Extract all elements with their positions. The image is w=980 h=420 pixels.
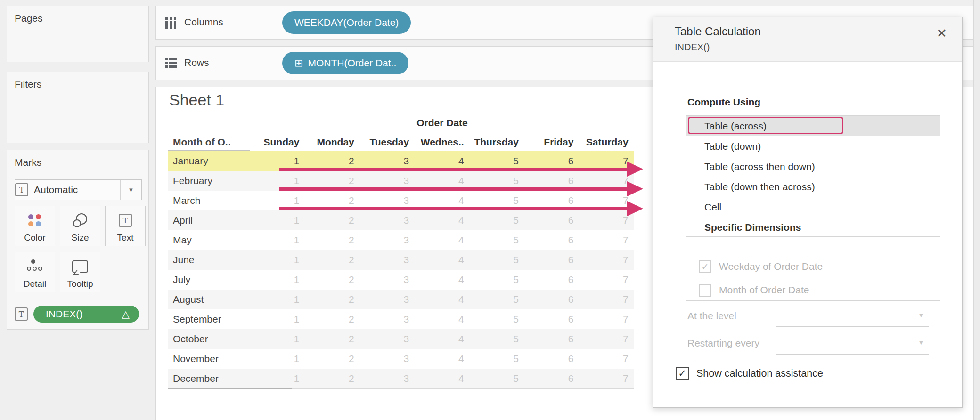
index-value-cell[interactable]: 6 [524, 175, 579, 186]
index-value-cell[interactable]: 1 [250, 294, 305, 305]
index-value-cell[interactable]: 4 [415, 274, 469, 285]
checked-checkbox[interactable]: ✓ [699, 260, 711, 273]
index-value-cell[interactable]: 2 [305, 195, 359, 206]
index-value-cell[interactable]: 4 [415, 254, 469, 266]
index-value-cell[interactable]: 3 [360, 234, 415, 246]
index-value-cell[interactable]: 7 [579, 175, 634, 186]
filters-shelf[interactable]: Filters [7, 72, 149, 143]
index-value-cell[interactable]: 7 [579, 294, 634, 305]
index-value-cell[interactable]: 7 [579, 333, 634, 345]
marks-button-tooltip[interactable]: Tooltip [60, 252, 100, 292]
column-header-saturday[interactable]: Saturday [579, 137, 634, 148]
index-value-cell[interactable]: 6 [524, 333, 579, 345]
index-value-cell[interactable]: 1 [250, 254, 305, 266]
pages-shelf[interactable]: Pages [7, 6, 149, 62]
compute-option-table--across-[interactable]: Table (across) [686, 116, 940, 136]
index-value-cell[interactable]: 7 [579, 155, 634, 167]
column-header-monday[interactable]: Monday [305, 137, 359, 148]
scrollbar-gutter[interactable] [973, 0, 980, 420]
index-value-cell[interactable]: 5 [470, 373, 524, 384]
index-value-cell[interactable]: 2 [305, 155, 359, 167]
index-value-cell[interactable]: 7 [579, 274, 634, 285]
marks-button-detail[interactable]: Detail [15, 252, 55, 292]
index-value-cell[interactable]: 4 [415, 294, 469, 305]
index-value-cell[interactable]: 3 [360, 195, 415, 206]
index-value-cell[interactable]: 4 [415, 333, 469, 345]
show-assistance-checkbox[interactable]: ✓ [676, 367, 689, 380]
index-value-cell[interactable]: 1 [250, 215, 305, 226]
index-value-cell[interactable]: 1 [250, 274, 305, 285]
index-value-cell[interactable]: 6 [524, 294, 579, 305]
index-value-cell[interactable]: 4 [415, 155, 469, 167]
index-value-cell[interactable]: 6 [524, 314, 579, 325]
index-value-cell[interactable]: 2 [305, 274, 359, 285]
column-header-wednes[interactable]: Wednes.. [415, 137, 469, 148]
index-value-cell[interactable]: 5 [470, 353, 524, 364]
index-value-cell[interactable]: 5 [470, 254, 524, 266]
index-value-cell[interactable]: 7 [579, 353, 634, 364]
index-value-cell[interactable]: 6 [524, 215, 579, 226]
compute-option-cell[interactable]: Cell [686, 197, 940, 217]
index-value-cell[interactable]: 6 [524, 234, 579, 246]
index-value-cell[interactable]: 1 [250, 234, 305, 246]
index-value-cell[interactable]: 1 [250, 155, 305, 167]
column-header-thursday[interactable]: Thursday [470, 137, 524, 148]
index-value-cell[interactable]: 4 [415, 175, 469, 186]
index-value-cell[interactable]: 2 [305, 215, 359, 226]
index-value-cell[interactable]: 5 [470, 314, 524, 325]
index-value-cell[interactable]: 3 [360, 274, 415, 285]
index-value-cell[interactable]: 1 [250, 353, 305, 364]
index-value-cell[interactable]: 1 [250, 175, 305, 186]
index-value-cell[interactable]: 7 [579, 215, 634, 226]
compute-option-table--down-then-across-[interactable]: Table (down then across) [686, 177, 940, 197]
index-value-cell[interactable]: 2 [305, 234, 359, 246]
index-value-cell[interactable]: 4 [415, 314, 469, 325]
index-value-cell[interactable]: 3 [360, 314, 415, 325]
index-value-cell[interactable]: 7 [579, 254, 634, 266]
marks-button-size[interactable]: Size [60, 206, 100, 246]
month-order-date-pill[interactable]: ⊞ MONTH(Order Dat.. [282, 52, 408, 74]
weekday-order-date-pill[interactable]: WEEKDAY(Order Date) [282, 11, 411, 34]
index-value-cell[interactable]: 1 [250, 333, 305, 345]
index-value-cell[interactable]: 5 [470, 274, 524, 285]
index-value-cell[interactable]: 5 [470, 215, 524, 226]
compute-option-table--across-then-down-[interactable]: Table (across then down) [686, 156, 940, 177]
chevron-down-icon[interactable]: ▼ [918, 311, 924, 319]
index-value-cell[interactable]: 3 [360, 294, 415, 305]
compute-option-table--down-[interactable]: Table (down) [686, 136, 940, 156]
index-value-cell[interactable]: 4 [415, 215, 469, 226]
index-value-cell[interactable]: 3 [360, 175, 415, 186]
index-value-cell[interactable]: 3 [360, 254, 415, 266]
index-value-cell[interactable]: 3 [360, 333, 415, 345]
index-value-cell[interactable]: 3 [360, 155, 415, 167]
index-value-cell[interactable]: 2 [305, 175, 359, 186]
index-value-cell[interactable]: 2 [305, 353, 359, 364]
index-value-cell[interactable]: 4 [415, 353, 469, 364]
index-value-cell[interactable]: 5 [470, 333, 524, 345]
index-value-cell[interactable]: 6 [524, 373, 579, 384]
index-value-cell[interactable]: 6 [524, 155, 579, 167]
index-value-cell[interactable]: 3 [360, 353, 415, 364]
column-header-friday[interactable]: Friday [524, 137, 579, 148]
index-value-cell[interactable]: 7 [579, 195, 634, 206]
index-value-cell[interactable]: 6 [524, 254, 579, 266]
index-value-cell[interactable]: 5 [470, 234, 524, 246]
index-value-cell[interactable]: 4 [415, 234, 469, 246]
index-value-cell[interactable]: 6 [524, 195, 579, 206]
index-value-cell[interactable]: 2 [305, 294, 359, 305]
index-value-cell[interactable]: 7 [579, 373, 634, 384]
column-header-tuesday[interactable]: Tuesday [360, 137, 415, 148]
index-value-cell[interactable]: 7 [579, 234, 634, 246]
chevron-down-icon[interactable]: ▼ [918, 339, 924, 346]
index-value-cell[interactable]: 2 [305, 333, 359, 345]
index-value-cell[interactable]: 1 [250, 373, 305, 384]
index-value-cell[interactable]: 4 [415, 195, 469, 206]
index-value-cell[interactable]: 4 [415, 373, 469, 384]
index-value-cell[interactable]: 6 [524, 353, 579, 364]
index-value-cell[interactable]: 2 [305, 314, 359, 325]
index-value-cell[interactable]: 6 [524, 274, 579, 285]
mark-type-caret[interactable]: ▼ [120, 180, 141, 200]
marks-button-text[interactable]: TText [105, 206, 146, 246]
close-icon[interactable]: ✕ [936, 26, 947, 41]
index-value-cell[interactable]: 2 [305, 254, 359, 266]
